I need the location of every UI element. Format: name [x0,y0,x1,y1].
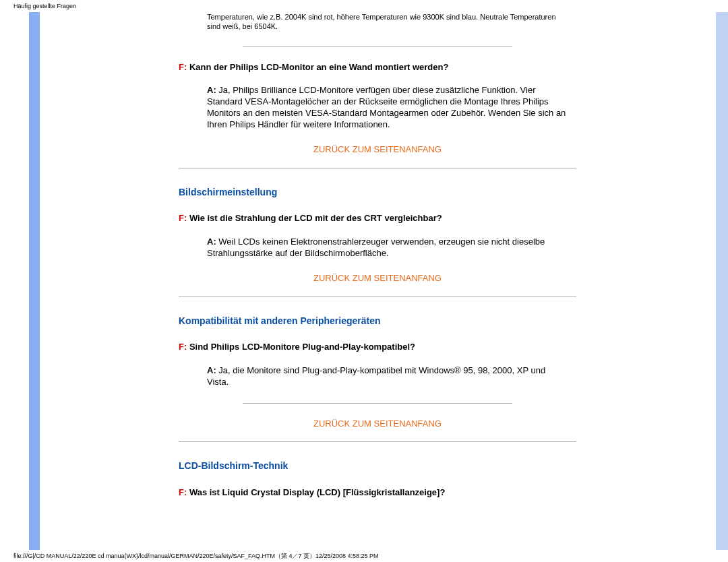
separator-short [243,403,512,404]
answer-text: Weil LCDs keinen Elektronenstrahlerzeuge… [207,237,545,258]
back-to-top-link[interactable]: ZURÜCK ZUM SEITENANFANG [179,418,576,430]
intro-paragraph: Temperaturen, wie z.B. 2004K sind rot, h… [207,12,566,32]
question-prefix: F: [179,487,187,497]
separator-full [179,296,576,297]
main-content: Temperaturen, wie z.B. 2004K sind rot, h… [179,12,576,511]
back-to-top-link[interactable]: ZURÜCK ZUM SEITENANFANG [179,144,576,156]
question-prefix: F: [179,62,187,72]
answer-1: A: Ja, Philips Brilliance LCD-Monitore v… [207,85,566,131]
section-heading-2: Bildschirmeinstellung [179,186,576,198]
answer-prefix: A: [207,365,216,375]
question-text: Was ist Liquid Crystal Display (LCD) [Fl… [187,487,445,497]
answer-text: Ja, die Monitore sind Plug-and-Play-komp… [207,365,545,387]
separator-short [243,46,512,47]
page-header-text: Häufig gestellte Fragen [13,3,76,9]
answer-prefix: A: [207,85,216,95]
question-prefix: F: [179,342,187,352]
answer-text: Ja, Philips Brilliance LCD-Monitore verf… [207,85,566,129]
question-text: Sind Philips LCD-Monitore Plug-and-Play-… [187,342,415,352]
left-accent-strip [29,12,40,550]
question-text: Wie ist die Strahlung der LCD mit der de… [187,213,442,223]
separator-full [179,441,576,442]
question-2: F: Wie ist die Strahlung der LCD mit der… [179,213,576,224]
question-3: F: Sind Philips LCD-Monitore Plug-and-Pl… [179,342,576,353]
answer-2: A: Weil LCDs keinen Elektronenstrahlerze… [207,237,566,259]
footer-path-text: file:///G|/CD MANUAL/22/220E cd manua(WX… [13,552,379,561]
back-to-top-link[interactable]: ZURÜCK ZUM SEITENANFANG [179,273,576,284]
answer-prefix: A: [207,237,216,247]
question-text: Kann der Philips LCD-Monitor an eine Wan… [187,62,448,72]
answer-3: A: Ja, die Monitore sind Plug-and-Play-k… [207,365,566,388]
question-1: F: Kann der Philips LCD-Monitor an eine … [179,62,576,73]
question-4: F: Was ist Liquid Crystal Display (LCD) … [179,487,576,499]
separator-full [179,168,576,168]
section-heading-3: Kompatibilität mit anderen Peripherieger… [179,315,576,327]
section-heading-4: LCD-Bildschirm-Technik [179,460,576,472]
right-accent-strip [716,12,728,550]
question-prefix: F: [179,213,187,223]
